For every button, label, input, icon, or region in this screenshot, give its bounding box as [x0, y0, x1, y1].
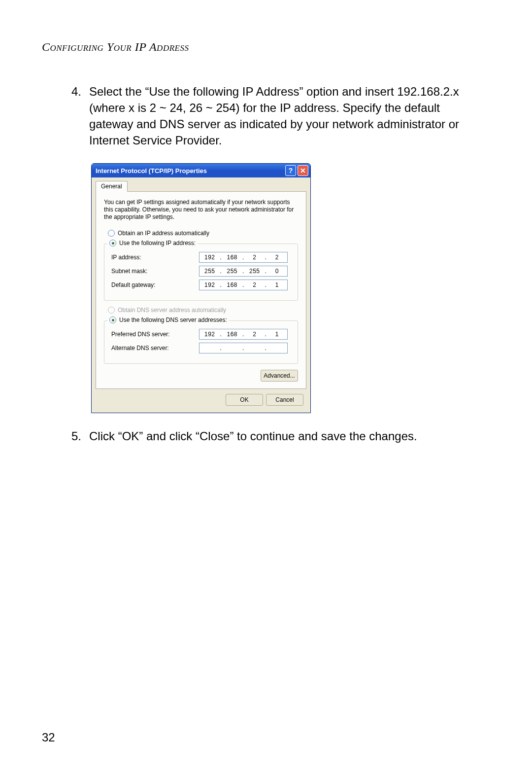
- cancel-button[interactable]: Cancel: [266, 394, 303, 406]
- step-4-text: Select the “Use the following IP Address…: [89, 83, 461, 148]
- radio-use-ip[interactable]: [109, 240, 116, 246]
- tab-general[interactable]: General: [96, 181, 128, 192]
- help-button[interactable]: ?: [285, 165, 296, 176]
- ok-button[interactable]: OK: [226, 394, 263, 406]
- preferred-dns-label: Preferred DNS server:: [109, 331, 199, 338]
- radio-icon: [108, 307, 115, 314]
- step-4-number: 4.: [71, 83, 89, 148]
- ip-octet[interactable]: 2: [248, 254, 261, 261]
- ip-address-input[interactable]: 192. 168. 2. 2: [199, 252, 288, 263]
- ip-octet[interactable]: 0: [270, 268, 283, 275]
- radio-use-dns[interactable]: [109, 317, 116, 323]
- ip-octet[interactable]: 168: [226, 281, 238, 288]
- radio-icon: [108, 230, 115, 237]
- ip-octet[interactable]: 168: [226, 254, 238, 261]
- ip-octet[interactable]: 192: [203, 254, 216, 261]
- radio-label: Obtain an IP address automatically: [118, 230, 209, 237]
- dialog-description: You can get IP settings assigned automat…: [104, 199, 298, 221]
- ip-octet[interactable]: 255: [226, 268, 238, 275]
- radio-obtain-dns-auto: Obtain DNS server address automatically: [108, 307, 298, 314]
- ip-octet[interactable]: 255: [248, 268, 261, 275]
- section-header: Configuring Your IP Address: [42, 40, 490, 54]
- advanced-button[interactable]: Advanced...: [261, 370, 298, 382]
- ip-octet[interactable]: 192: [203, 331, 216, 338]
- ip-octet[interactable]: 255: [203, 268, 216, 275]
- close-button[interactable]: ✕: [298, 165, 308, 176]
- dialog-title: Internet Protocol (TCP/IP) Properties: [96, 167, 284, 175]
- step-4: 4. Select the “Use the following IP Addr…: [71, 83, 461, 148]
- radio-use-ip-label: Use the following IP address:: [119, 240, 196, 246]
- ip-address-label: IP address:: [109, 254, 199, 261]
- ip-octet[interactable]: 2: [248, 331, 261, 338]
- step-5-number: 5.: [71, 428, 89, 444]
- ip-octet[interactable]: 168: [226, 331, 238, 338]
- ip-octet[interactable]: 1: [270, 281, 283, 288]
- ip-octet[interactable]: 1: [270, 331, 283, 338]
- dialog-titlebar: Internet Protocol (TCP/IP) Properties ? …: [92, 164, 310, 177]
- radio-use-dns-label: Use the following DNS server addresses:: [119, 317, 227, 323]
- radio-obtain-ip-auto[interactable]: Obtain an IP address automatically: [108, 230, 298, 237]
- ip-octet[interactable]: 192: [203, 281, 216, 288]
- alternate-dns-input[interactable]: . . .: [199, 343, 288, 353]
- radio-label: Obtain DNS server address automatically: [118, 307, 226, 314]
- subnet-mask-input[interactable]: 255. 255. 255. 0: [199, 266, 288, 277]
- page-number: 32: [42, 731, 55, 744]
- tcpip-properties-dialog: Internet Protocol (TCP/IP) Properties ? …: [91, 163, 311, 413]
- alternate-dns-label: Alternate DNS server:: [109, 345, 199, 352]
- subnet-mask-label: Subnet mask:: [109, 268, 199, 275]
- default-gateway-input[interactable]: 192. 168. 2. 1: [199, 280, 288, 290]
- ip-octet[interactable]: 2: [270, 254, 283, 261]
- preferred-dns-input[interactable]: 192. 168. 2. 1: [199, 329, 288, 340]
- ip-octet[interactable]: 2: [248, 281, 261, 288]
- step-5-text: Click “OK” and click “Close” to continue…: [89, 428, 461, 444]
- default-gateway-label: Default gateway:: [109, 281, 199, 288]
- step-5: 5. Click “OK” and click “Close” to conti…: [71, 428, 461, 444]
